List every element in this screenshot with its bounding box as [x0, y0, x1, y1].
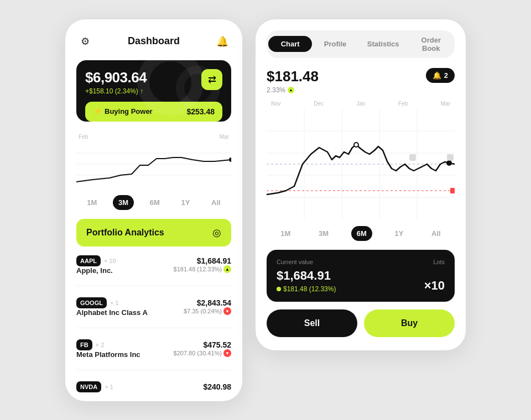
- portfolio-analytics-label: Portfolio Analytics: [86, 228, 164, 238]
- right-time-btn-1m[interactable]: 1M: [275, 226, 296, 241]
- stock-change-fb: $207.80 (30.41%) ▼: [174, 349, 231, 357]
- stock-ticker-row-fb: FB × 2: [76, 339, 140, 350]
- right-time-range: 1M 3M 6M 1Y All: [267, 226, 455, 241]
- divider-3: [76, 370, 231, 370]
- stock-right-nvda: $240.98: [203, 382, 231, 391]
- badge-down-googl: ▼: [223, 307, 231, 315]
- stock-item-aapl[interactable]: AAPL × 10 Apple, Inc. $1,684.91 $181.48 …: [76, 255, 231, 275]
- stock-ticker-row-googl: GOOGL × 1: [76, 297, 148, 308]
- bell-icon: 🔔: [433, 71, 441, 80]
- bottom-info-card: Current value Lots $1,684.91 $181.48 (12…: [267, 250, 455, 302]
- stock-change-googl: $7.35 (0.24%) ▼: [184, 307, 231, 315]
- chart-label-feb: Feb: [398, 101, 408, 107]
- lightning-icon: ⚡: [93, 107, 102, 116]
- mini-chart-label-mar: Mar: [220, 134, 229, 140]
- buy-button[interactable]: Buy: [364, 309, 455, 337]
- right-change: 2.33% ▲: [267, 86, 319, 94]
- svg-rect-18: [447, 154, 454, 161]
- time-btn-6m[interactable]: 6M: [144, 195, 165, 210]
- main-chart-area: Nov Dec Jan Feb Mar: [267, 101, 455, 222]
- stock-ticker-row-nvda: NVDA × 1: [76, 381, 113, 392]
- stock-qty-aapl: × 10: [104, 258, 116, 264]
- tab-profile[interactable]: Profile: [313, 36, 357, 52]
- svg-point-15: [354, 143, 358, 147]
- balance-card: $6,903.64 +$158.10 (2.34%) ↑ ⇄ ⚡ Buying …: [76, 60, 231, 122]
- chart-label-jan: Jan: [357, 101, 366, 107]
- stock-item-googl[interactable]: GOOGL × 1 Alphabet Inc Class A $2,843.54…: [76, 297, 231, 317]
- badge-up-aapl: ▲: [223, 265, 231, 273]
- stock-info-aapl: AAPL × 10 Apple, Inc.: [76, 255, 116, 275]
- swap-button[interactable]: ⇄: [201, 69, 222, 90]
- lots-value: ×10: [424, 279, 445, 293]
- svg-rect-13: [450, 188, 455, 193]
- right-time-btn-3m[interactable]: 3M: [313, 226, 334, 241]
- portfolio-analytics-button[interactable]: Portfolio Analytics ◎: [76, 219, 231, 246]
- mini-chart-svg: [76, 142, 231, 186]
- right-time-btn-6m[interactable]: 6M: [351, 226, 372, 241]
- sub-dot: [277, 287, 281, 291]
- stock-right-aapl: $1,684.91 $181.48 (12.33%) ▲: [174, 256, 231, 273]
- stock-info-googl: GOOGL × 1 Alphabet Inc Class A: [76, 297, 148, 317]
- right-time-btn-all[interactable]: All: [426, 226, 446, 241]
- stock-info-nvda: NVDA × 1: [76, 381, 113, 392]
- time-btn-1m[interactable]: 1M: [81, 195, 102, 210]
- stock-name-fb: Meta Platforms Inc: [76, 350, 140, 359]
- action-buttons: Sell Buy: [267, 309, 455, 337]
- settings-icon[interactable]: ⚙: [76, 33, 94, 50]
- stock-ticker-nvda: NVDA: [76, 381, 101, 392]
- divider-2: [76, 328, 231, 328]
- time-btn-1y[interactable]: 1Y: [175, 195, 195, 210]
- stock-info-fb: FB × 2 Meta Platforms Inc: [76, 339, 140, 359]
- svg-point-16: [446, 160, 452, 166]
- left-time-range: 1M 3M 6M 1Y All: [76, 195, 231, 210]
- right-time-btn-1y[interactable]: 1Y: [389, 226, 409, 241]
- time-btn-all[interactable]: All: [206, 195, 226, 210]
- bell-badge[interactable]: 🔔 2: [426, 68, 455, 83]
- time-btn-3m[interactable]: 3M: [113, 195, 134, 210]
- tab-orderbook[interactable]: Order Book: [409, 32, 453, 56]
- stock-item-fb[interactable]: FB × 2 Meta Platforms Inc $475.52 $207.8…: [76, 339, 231, 359]
- mini-chart: Feb Mar: [76, 128, 231, 191]
- chart-label-dec: Dec: [314, 101, 324, 107]
- right-price-area: $181.48 2.33% ▲ 🔔 2: [267, 68, 455, 94]
- divider-1: [76, 286, 231, 286]
- svg-point-3: [229, 158, 231, 162]
- right-price: $181.48: [267, 68, 319, 85]
- current-value-label: Current value: [277, 259, 313, 265]
- stock-value-googl: $2,843.54: [184, 298, 231, 307]
- sell-button[interactable]: Sell: [267, 309, 357, 337]
- current-value-col: $1,684.91 $181.48 (12.33%): [277, 269, 336, 293]
- stock-value-aapl: $1,684.91: [174, 256, 231, 265]
- price-up-badge: ▲: [288, 87, 294, 93]
- right-panel: Chart Profile Statistics Order Book $181…: [256, 19, 466, 350]
- left-panel: ⚙ Dashboard 🔔 $6,903.64 +$158.10 (2.34%)…: [65, 19, 242, 401]
- stock-right-googl: $2,843.54 $7.35 (0.24%) ▼: [184, 298, 231, 315]
- chart-label-mar: Mar: [441, 101, 450, 107]
- stock-name-googl: Alphabet Inc Class A: [76, 308, 148, 317]
- notification-count: 2: [444, 71, 448, 80]
- stock-value-nvda: $240.98: [203, 382, 231, 391]
- dashboard-header: ⚙ Dashboard 🔔: [76, 33, 231, 50]
- stock-right-fb: $475.52 $207.80 (30.41%) ▼: [174, 340, 231, 357]
- chart-x-labels: Nov Dec Jan Feb Mar: [267, 101, 455, 107]
- stock-list: AAPL × 10 Apple, Inc. $1,684.91 $181.48 …: [76, 255, 231, 392]
- stock-left-nvda: NVDA × 1: [76, 381, 113, 392]
- stock-name-aapl: Apple, Inc.: [76, 266, 116, 275]
- notification-icon-left[interactable]: 🔔: [214, 33, 231, 50]
- lots-label: Lots: [433, 259, 445, 265]
- stock-item-nvda[interactable]: NVDA × 1 $240.98: [76, 381, 231, 392]
- tab-chart[interactable]: Chart: [268, 36, 312, 52]
- right-price-info: $181.48 2.33% ▲: [267, 68, 319, 94]
- dashboard-title: Dashboard: [128, 35, 180, 47]
- tab-statistics[interactable]: Statistics: [358, 36, 408, 52]
- stock-ticker-row-aapl: AAPL × 10: [76, 255, 116, 266]
- stock-left-aapl: AAPL × 10 Apple, Inc.: [76, 255, 116, 275]
- current-value-sub: $181.48 (12.33%): [277, 285, 336, 293]
- svg-rect-17: [409, 154, 416, 161]
- analytics-icon: ◎: [212, 227, 221, 239]
- stock-value-fb: $475.52: [174, 340, 231, 349]
- stock-ticker-googl: GOOGL: [76, 297, 107, 308]
- buying-power-label: ⚡ Buying Power: [93, 107, 153, 116]
- stock-left-googl: GOOGL × 1 Alphabet Inc Class A: [76, 297, 148, 317]
- stock-change-aapl: $181.48 (12.33%) ▲: [174, 265, 231, 273]
